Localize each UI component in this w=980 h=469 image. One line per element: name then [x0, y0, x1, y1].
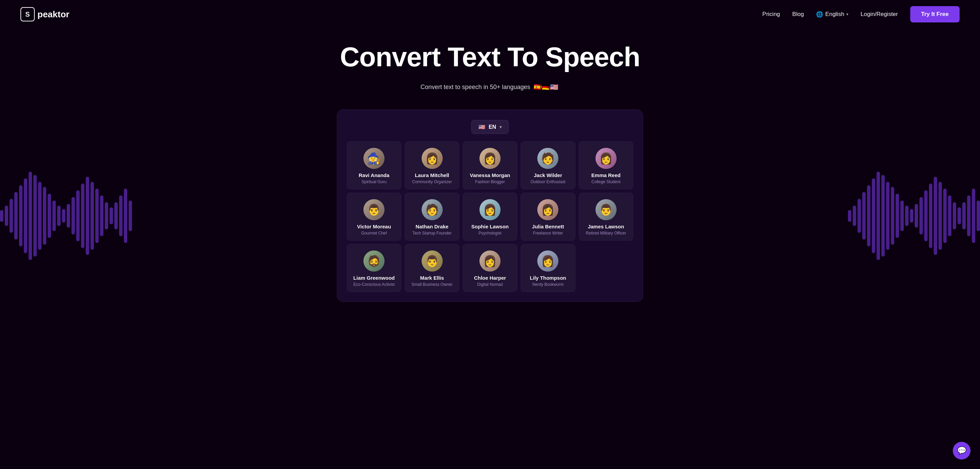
wave-bar — [5, 206, 8, 226]
wave-bar — [43, 187, 46, 245]
voice-card-james[interactable]: 👨James LawsonRetired Military Officer — [579, 193, 633, 241]
wave-bar — [62, 209, 65, 223]
hero-title: Convert Text To Speech — [7, 42, 973, 72]
avatar-icon-laura: 👩 — [425, 153, 439, 164]
voice-card-nathan[interactable]: 🧑Nathan DrakeTech Startup Founder — [404, 193, 459, 241]
avatar-icon-ravi: 🧙 — [367, 153, 381, 164]
chevron-down-icon: ▾ — [846, 12, 848, 17]
voice-role-julia: Freelance Writer — [524, 231, 571, 236]
wave-bar — [86, 177, 89, 255]
wave-bar — [867, 185, 870, 246]
wave-bar — [977, 201, 980, 231]
voice-card-emma[interactable]: 👩Emma ReedCollege Student — [579, 141, 633, 189]
voice-role-ravi: Spiritual Guru — [350, 179, 398, 184]
avatar-icon-nathan: 🧑 — [425, 204, 439, 215]
voice-role-jack: Outdoor Enthusiast — [524, 179, 571, 184]
voice-avatar-emma: 👩 — [595, 148, 617, 169]
voice-card-laura[interactable]: 👩Laura MitchellCommunity Organizer — [404, 141, 459, 189]
wave-bar — [862, 192, 865, 239]
wave-bar — [848, 210, 851, 222]
language-selector[interactable]: 🌐 English ▾ — [816, 11, 848, 18]
nav-links: Pricing Blog 🌐 English ▾ Login/Register … — [762, 6, 959, 22]
voice-role-liam: Eco-Conscious Activist — [350, 282, 398, 287]
hero-subtitle-row: Convert text to speech in 50+ languages … — [7, 82, 973, 92]
app-panel: 🇺🇸 EN ▾ 🧙Ravi AnandaSpiritual Guru👩Laura… — [337, 109, 643, 302]
chat-bubble[interactable]: 💬 — [953, 442, 970, 459]
voice-card-liam[interactable]: 🧔Liam GreenwoodEco-Conscious Activist — [347, 244, 401, 292]
wave-bar — [953, 202, 956, 230]
wave-bar — [100, 195, 103, 236]
voice-avatar-julia: 👩 — [537, 199, 558, 220]
logo[interactable]: S peaktor — [21, 7, 69, 21]
language-dropdown[interactable]: 🇺🇸 EN ▾ — [471, 120, 509, 134]
wave-bar — [958, 207, 961, 224]
avatar-icon-mark: 👨 — [425, 255, 439, 266]
navbar: S peaktor Pricing Blog 🌐 English ▾ Login… — [0, 0, 980, 29]
voice-name-liam: Liam Greenwood — [350, 275, 398, 281]
voice-card-mark[interactable]: 👨Mark EllisSmall Business Owner — [404, 244, 459, 292]
voice-name-laura: Laura Mitchell — [408, 172, 455, 178]
voice-role-lily: Nerdy Bookworm — [524, 282, 571, 287]
voice-card-jack[interactable]: 🧑Jack WilderOutdoor Enthusiast — [520, 141, 575, 189]
voice-card-lily[interactable]: 👩Lily ThompsonNerdy Bookworm — [520, 244, 575, 292]
voice-role-victor: Gourmet Chef — [350, 231, 398, 236]
logo-letter: S — [25, 11, 30, 18]
blog-link[interactable]: Blog — [792, 11, 804, 17]
wave-bar — [910, 209, 913, 223]
voice-avatar-mark: 👨 — [422, 250, 443, 271]
voice-avatar-vanessa: 👩 — [479, 148, 501, 169]
wave-bar — [891, 187, 894, 245]
wave-bar — [881, 175, 885, 257]
pricing-link[interactable]: Pricing — [762, 11, 780, 17]
wave-bar — [57, 206, 60, 226]
voice-card-julia[interactable]: 👩Julia BennettFreelance Writer — [520, 193, 575, 241]
wave-bar — [110, 207, 113, 224]
voice-avatar-ravi: 🧙 — [363, 148, 385, 169]
voice-card-ravi[interactable]: 🧙Ravi AnandaSpiritual Guru — [347, 141, 401, 189]
avatar-icon-jack: 🧑 — [541, 153, 555, 164]
voice-card-victor[interactable]: 👨Victor MoreauGourmet Chef — [347, 193, 401, 241]
wave-bar — [972, 189, 975, 243]
avatar-icon-james: 👨 — [599, 204, 613, 215]
wave-bar — [924, 190, 928, 241]
voice-role-chloe: Digital Nomad — [466, 282, 514, 287]
avatar-icon-lily: 👩 — [541, 255, 555, 266]
voice-name-lily: Lily Thompson — [524, 275, 571, 281]
wave-bar — [52, 201, 56, 231]
voice-card-vanessa[interactable]: 👩Vanessa MorganFashion Blogger — [463, 141, 517, 189]
voice-name-victor: Victor Moreau — [350, 223, 398, 230]
voice-name-jack: Jack Wilder — [524, 172, 571, 178]
voice-name-julia: Julia Bennett — [524, 223, 571, 230]
wave-bar — [115, 202, 118, 230]
wave-left — [0, 151, 132, 280]
try-it-free-button[interactable]: Try It Free — [910, 6, 959, 22]
voice-role-mark: Small Business Owner — [408, 282, 455, 287]
avatar-icon-emma: 👩 — [599, 153, 613, 164]
wave-bar — [872, 178, 875, 253]
voice-card-sophie[interactable]: 👩Sophie LawsonPsychologist — [463, 193, 517, 241]
voice-name-vanessa: Vanessa Morgan — [466, 172, 514, 178]
logo-icon: S — [21, 7, 35, 21]
voice-avatar-laura: 👩 — [422, 148, 443, 169]
language-label: English — [825, 11, 844, 17]
voice-role-laura: Community Organizer — [408, 179, 455, 184]
wave-bar — [939, 182, 942, 250]
wave-bar — [29, 172, 32, 260]
login-register-link[interactable]: Login/Register — [861, 11, 898, 17]
voice-name-mark: Mark Ellis — [408, 275, 455, 281]
voice-role-nathan: Tech Startup Founder — [408, 231, 455, 236]
voice-name-sophie: Sophie Lawson — [466, 223, 514, 230]
globe-flag-icon: 🌐 — [816, 11, 823, 18]
wave-bar — [81, 184, 84, 248]
voice-card-chloe[interactable]: 👩Chloe HarperDigital Nomad — [463, 244, 517, 292]
voice-avatar-liam: 🧔 — [363, 250, 385, 271]
avatar-icon-vanessa: 👩 — [483, 153, 497, 164]
voice-name-nathan: Nathan Drake — [408, 223, 455, 230]
voice-name-james: James Lawson — [582, 223, 630, 230]
wave-bar — [48, 194, 51, 238]
avatar-icon-julia: 👩 — [541, 204, 555, 215]
flag-usa: 🇺🇸 — [549, 82, 559, 92]
voice-role-sophie: Psychologist — [466, 231, 514, 236]
voice-name-chloe: Chloe Harper — [466, 275, 514, 281]
wave-bar — [119, 195, 123, 236]
